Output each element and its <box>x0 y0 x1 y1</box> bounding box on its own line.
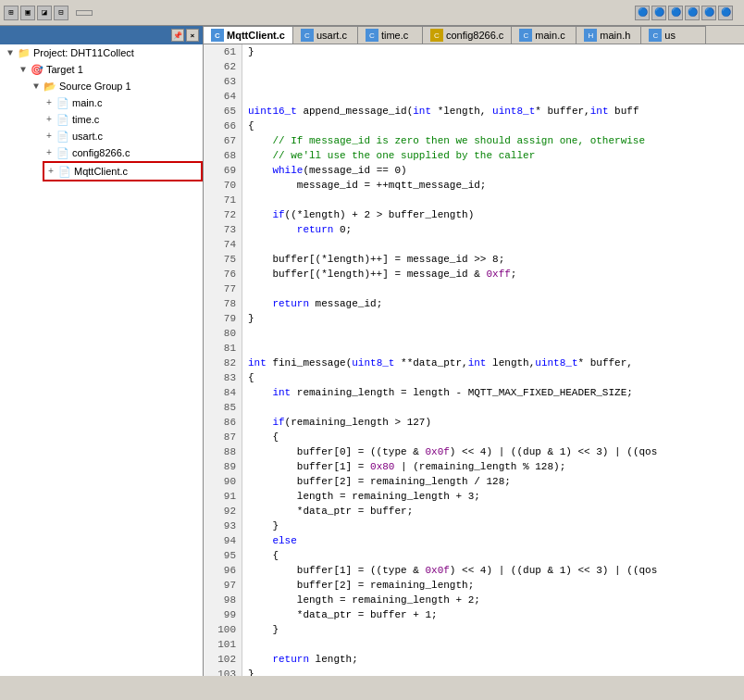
code-line-102[interactable]: return length; <box>248 652 744 667</box>
tb-icon-1[interactable]: ⊞ <box>4 6 19 20</box>
tree-item-project[interactable]: ▼ 📁 Project: DHT11Collect <box>4 44 203 61</box>
tab-config8266c[interactable]: C config8266.c <box>423 26 512 44</box>
tab-mainh[interactable]: H main.h <box>577 26 641 44</box>
line-number-93: 93 <box>204 519 242 533</box>
tab-us[interactable]: C us <box>641 26 706 44</box>
code-line-76[interactable]: buffer[(*length)++] = message_id & 0xff; <box>248 267 744 281</box>
line-number-73: 73 <box>204 222 242 237</box>
sidebar-close-btn[interactable]: × <box>186 29 199 42</box>
line-number-62: 62 <box>204 59 242 74</box>
code-line-72[interactable]: if((*length) + 2 > buffer_length) <box>248 207 744 222</box>
tb-icon-2[interactable]: ▣ <box>20 6 35 20</box>
code-line-96[interactable]: buffer[1] = ((type & 0x0f) << 4) | ((dup… <box>248 563 744 578</box>
tb-icon-10[interactable]: 🔵 <box>718 6 733 20</box>
line-number-92: 92 <box>204 504 242 519</box>
line-number-78: 78 <box>204 296 242 311</box>
code-line-97[interactable]: buffer[2] = remaining_length; <box>248 578 744 593</box>
code-line-103[interactable]: } <box>248 667 744 676</box>
code-line-87[interactable]: { <box>248 430 744 444</box>
tab-icon-mainc: C <box>519 29 532 42</box>
code-line-70[interactable]: message_id = ++mqtt_message_id; <box>248 178 744 193</box>
expander-config8266c: + <box>43 148 56 158</box>
line-number-70: 70 <box>204 178 242 193</box>
code-line-95[interactable]: { <box>248 548 744 563</box>
code-line-83[interactable]: { <box>248 370 744 385</box>
sidebar-pin-btn[interactable]: 📌 <box>171 29 184 42</box>
tree-item-timec[interactable]: + 📄 time.c <box>43 111 203 128</box>
code-line-74[interactable] <box>248 237 744 252</box>
tb-icon-9[interactable]: 🔵 <box>701 6 716 20</box>
expander-mainc: + <box>43 98 56 108</box>
tb-icon-3[interactable]: ◪ <box>37 6 52 20</box>
expander-mqttclientc: + <box>44 167 57 177</box>
tb-icon-5[interactable]: 🔵 <box>635 6 650 20</box>
line-numbers: 6162636465666768697071727374757677787980… <box>204 44 242 676</box>
code-line-81[interactable] <box>248 341 744 356</box>
tb-icon-4[interactable]: ⊟ <box>54 6 68 20</box>
toolbar-icons: ⊞ ▣ ◪ ⊟ <box>4 6 68 20</box>
line-number-87: 87 <box>204 430 242 444</box>
tab-mainc[interactable]: C main.c <box>512 26 577 44</box>
tab-mqttclientc[interactable]: C MqttClient.c <box>204 26 293 44</box>
code-line-85[interactable] <box>248 400 744 415</box>
code-line-73[interactable]: return 0; <box>248 222 744 237</box>
code-line-71[interactable] <box>248 193 744 207</box>
line-number-74: 74 <box>204 237 242 252</box>
line-number-80: 80 <box>204 326 242 341</box>
line-number-84: 84 <box>204 385 242 400</box>
code-line-77[interactable] <box>248 281 744 296</box>
tab-label-usartc: usart.c <box>316 30 347 41</box>
tree-label-target1: Target 1 <box>46 64 83 75</box>
line-number-100: 100 <box>204 622 242 637</box>
code-line-84[interactable]: int remaining_length = length - MQTT_MAX… <box>248 385 744 400</box>
tree-item-usartc[interactable]: + 📄 usart.c <box>43 128 203 144</box>
code-line-98[interactable]: length = remaining_length + 2; <box>248 593 744 607</box>
code-line-101[interactable] <box>248 637 744 652</box>
code-line-67[interactable]: // If message_id is zero then we should … <box>248 133 744 148</box>
tab-icon-timec: C <box>366 29 378 42</box>
code-line-75[interactable]: buffer[(*length)++] = message_id >> 8; <box>248 252 744 267</box>
code-line-63[interactable] <box>248 74 744 89</box>
code-line-92[interactable]: *data_ptr = buffer; <box>248 504 744 519</box>
tree-item-mqttclientc[interactable]: + 📄 MqttClient.c <box>43 161 203 181</box>
line-number-76: 76 <box>204 267 242 281</box>
code-line-89[interactable]: buffer[1] = 0x80 | (remaining_length % 1… <box>248 459 744 474</box>
code-line-62[interactable] <box>248 59 744 74</box>
line-number-102: 102 <box>204 652 242 667</box>
code-line-66[interactable]: { <box>248 119 744 133</box>
code-line-65[interactable]: uint16_t append_message_id(int *length, … <box>248 104 744 119</box>
code-line-64[interactable] <box>248 89 744 104</box>
tree-item-sourcegroup[interactable]: ▼ 📂 Source Group 1 <box>30 78 203 94</box>
code-line-61[interactable]: } <box>248 44 744 59</box>
tree-label-usartc: usart.c <box>72 131 103 142</box>
code-line-79[interactable]: } <box>248 311 744 326</box>
tab-usartc[interactable]: C usart.c <box>293 26 358 44</box>
tb-icon-7[interactable]: 🔵 <box>668 6 683 20</box>
code-line-88[interactable]: buffer[0] = ((type & 0x0f) << 4) | ((dup… <box>248 444 744 459</box>
code-line-68[interactable]: // we'll use the one supplied by the cal… <box>248 148 744 163</box>
code-line-91[interactable]: length = remaining_length + 3; <box>248 489 744 504</box>
target1-icon: 🎯 <box>30 62 44 77</box>
code-line-78[interactable]: return message_id; <box>248 296 744 311</box>
tree-item-mainc[interactable]: + 📄 main.c <box>43 94 203 111</box>
line-number-86: 86 <box>204 415 242 430</box>
code-line-82[interactable]: int fini_message(uint8_t **data_ptr,int … <box>248 356 744 370</box>
tb-icon-6[interactable]: 🔵 <box>651 6 666 20</box>
file-tabs: C MqttClient.c C usart.c C time.c C conf… <box>204 26 744 44</box>
expander-sourcegroup: ▼ <box>30 81 43 92</box>
line-number-90: 90 <box>204 474 242 489</box>
tb-icon-8[interactable]: 🔵 <box>685 6 700 20</box>
code-line-93[interactable]: } <box>248 519 744 533</box>
code-line-86[interactable]: if(remaining_length > 127) <box>248 415 744 430</box>
tree-item-target1[interactable]: ▼ 🎯 Target 1 <box>17 61 203 78</box>
code-line-94[interactable]: else <box>248 533 744 548</box>
code-line-69[interactable]: while(message_id == 0) <box>248 163 744 178</box>
code-lines[interactable]: }uint16_t append_message_id(int *length,… <box>242 44 744 676</box>
code-line-90[interactable]: buffer[2] = remaining_length / 128; <box>248 474 744 489</box>
tab-timec[interactable]: C time.c <box>358 26 423 44</box>
tab-label-timec: time.c <box>381 30 408 41</box>
code-line-80[interactable] <box>248 326 744 341</box>
tree-item-config8266c[interactable]: + 📄 config8266.c <box>43 144 203 161</box>
code-line-99[interactable]: *data_ptr = buffer + 1; <box>248 607 744 622</box>
code-line-100[interactable]: } <box>248 622 744 637</box>
